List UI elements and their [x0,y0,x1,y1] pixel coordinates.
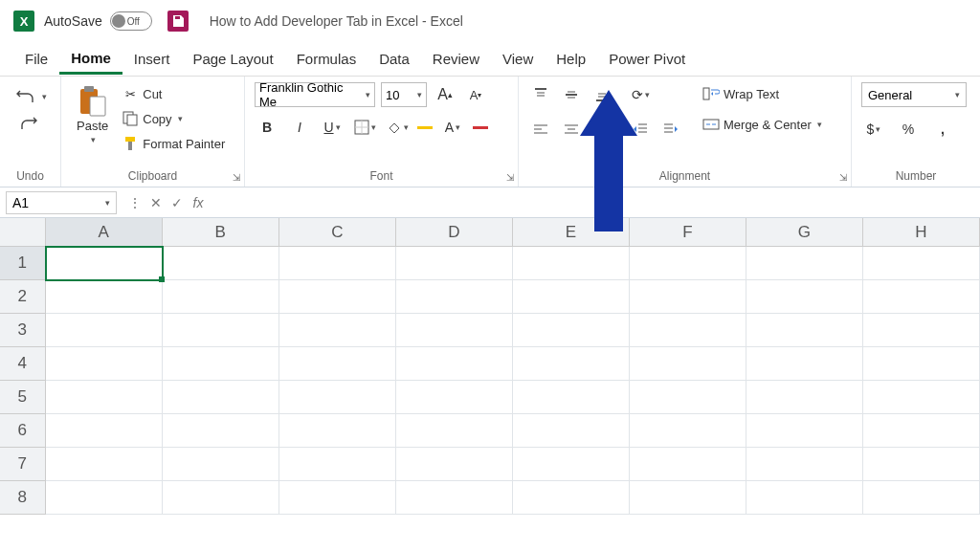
select-all-corner[interactable] [0,218,46,247]
increase-font-button[interactable]: A▴ [433,82,457,107]
cell-a1[interactable] [46,247,163,280]
cell[interactable] [279,381,396,414]
paste-button[interactable]: Paste ▾ [71,82,114,148]
tab-home[interactable]: Home [59,44,122,75]
tab-file[interactable]: File [13,45,59,73]
cell[interactable] [863,481,980,515]
cell[interactable] [163,481,279,515]
tab-insert[interactable]: Insert [122,45,182,73]
column-header[interactable]: H [863,218,980,247]
cell[interactable] [396,347,513,381]
cell[interactable] [163,280,279,314]
cell[interactable] [46,481,163,515]
cell[interactable] [863,247,980,280]
cell[interactable] [630,381,746,414]
row-header[interactable]: 6 [0,414,46,448]
decrease-indent-button[interactable] [628,117,653,142]
autosave-toggle[interactable]: AutoSave Off [44,11,152,31]
font-launcher-icon[interactable]: ⇲ [506,172,514,183]
cell[interactable] [513,280,630,314]
align-center-button[interactable] [559,117,584,142]
cell[interactable] [746,381,863,414]
tab-view[interactable]: View [491,45,545,73]
cell[interactable] [863,347,980,381]
cell[interactable] [863,280,980,314]
cell[interactable] [513,481,630,515]
format-painter-button[interactable]: Format Painter [120,132,227,155]
font-size-select[interactable]: 10 ▾ [381,82,427,107]
align-left-button[interactable] [528,117,553,142]
redo-button[interactable] [18,111,43,136]
number-format-select[interactable]: General ▾ [861,82,967,107]
row-header[interactable]: 8 [0,481,46,515]
cell[interactable] [863,381,980,414]
cell[interactable] [396,414,513,448]
cancel-icon[interactable]: ✕ [147,195,165,210]
cell[interactable] [513,247,630,280]
align-right-button[interactable] [590,117,614,142]
comma-style-button[interactable]: , [930,117,955,142]
row-header[interactable]: 3 [0,314,46,347]
cell[interactable] [396,247,513,280]
cell[interactable] [279,314,396,347]
tab-data[interactable]: Data [368,45,421,73]
column-header[interactable]: A [46,218,163,247]
column-header[interactable]: D [396,218,513,247]
cell[interactable] [279,414,396,448]
cell[interactable] [163,347,279,381]
tab-formulas[interactable]: Formulas [285,45,368,73]
clipboard-launcher-icon[interactable]: ⇲ [233,172,240,183]
cell[interactable] [863,314,980,347]
copy-dropdown-icon[interactable]: ▾ [178,114,183,123]
tab-power-pivot[interactable]: Power Pivot [597,45,697,73]
merge-center-button[interactable]: Merge & Center ▾ [701,113,824,136]
decrease-font-button[interactable]: A▾ [463,82,488,107]
font-color-button[interactable]: A▾ [440,115,465,140]
row-header[interactable]: 1 [0,247,46,280]
row-header[interactable]: 5 [0,381,46,414]
copy-button[interactable]: Copy ▾ [120,107,227,130]
cell[interactable] [279,280,396,314]
cell[interactable] [279,448,396,481]
cell[interactable] [746,247,863,280]
enter-icon[interactable]: ✓ [168,195,186,210]
cell[interactable] [396,448,513,481]
cell[interactable] [746,314,863,347]
cell[interactable] [396,314,513,347]
borders-button[interactable]: ▾ [352,115,377,140]
undo-dropdown-icon[interactable]: ▾ [42,92,47,101]
cell[interactable] [163,314,279,347]
align-top-button[interactable] [528,82,553,107]
tab-page-layout[interactable]: Page Layout [181,45,284,73]
increase-indent-button[interactable] [658,117,683,142]
save-icon[interactable] [167,11,189,32]
cell[interactable] [163,414,279,448]
cell[interactable] [513,414,630,448]
currency-button[interactable]: $▾ [861,117,886,142]
column-header[interactable]: F [630,218,746,247]
cell[interactable] [396,381,513,414]
cell[interactable] [163,448,279,481]
cell[interactable] [746,414,863,448]
underline-button[interactable]: U▾ [320,115,345,140]
cell[interactable] [746,280,863,314]
cell[interactable] [630,247,746,280]
tab-help[interactable]: Help [545,45,597,73]
bold-button[interactable]: B [255,115,279,140]
cell[interactable] [46,448,163,481]
wrap-text-button[interactable]: Wrap Text [701,82,824,105]
column-header[interactable]: B [163,218,279,247]
row-header[interactable]: 2 [0,280,46,314]
name-box[interactable]: A1 ▾ [6,191,117,214]
cell[interactable] [746,481,863,515]
cell[interactable] [863,448,980,481]
cell[interactable] [746,347,863,381]
cell[interactable] [630,414,746,448]
cell[interactable] [863,414,980,448]
column-header[interactable]: E [513,218,630,247]
cell[interactable] [46,280,163,314]
fill-color-button[interactable]: ▾ [385,115,410,140]
cell[interactable] [513,347,630,381]
cut-button[interactable]: ✂ Cut [120,82,227,105]
orientation-button[interactable]: ⟳▾ [628,82,653,107]
